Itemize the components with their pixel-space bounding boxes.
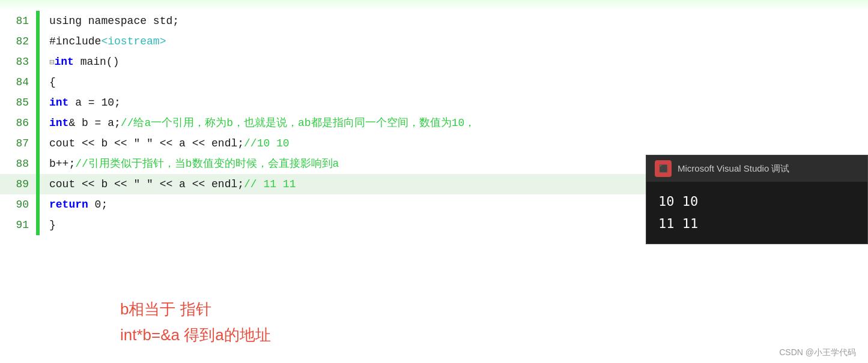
code-line: 84 { (0, 72, 868, 92)
code-line: 83 ⊟int main() (0, 52, 868, 72)
code-line: 86 int& b = a;//给a一个引用，称为b，也就是说，ab都是指向同一… (0, 113, 868, 133)
code-line: 81 using namespace std; (0, 11, 868, 31)
vs-popup-header: ⬛ Microsoft Visual Studio 调试 (646, 155, 867, 182)
line-number: 86 (0, 113, 36, 133)
top-fade-area (0, 0, 868, 11)
code-content: #include<iostream> (40, 31, 868, 52)
line-number: 83 (0, 52, 36, 72)
line-number: 90 (0, 194, 36, 215)
watermark: CSDN @小王学代码 (779, 347, 856, 358)
vs-icon-label: ⬛ (659, 164, 668, 173)
code-content: using namespace std; (40, 11, 868, 31)
line-number: 81 (0, 11, 36, 31)
code-content: int a = 10; (40, 92, 868, 113)
line-number: 85 (0, 92, 36, 113)
code-content: { (40, 72, 868, 92)
line-number: 84 (0, 72, 36, 92)
vs-output-line2: 11 11 (658, 212, 855, 235)
line-number: 82 (0, 31, 36, 52)
code-line: 82 #include<iostream> (0, 31, 868, 52)
line-number: 87 (0, 133, 36, 154)
code-line: 85 int a = 10; (0, 92, 868, 113)
annotation-area: b相当于 指针 int*b=&a 得到a的地址 (0, 287, 868, 363)
line-number: 89 (0, 174, 36, 194)
code-content: int& b = a;//给a一个引用，称为b，也就是说，ab都是指向同一个空间… (40, 113, 868, 133)
vs-output-popup: ⬛ Microsoft Visual Studio 调试 10 10 11 11 (646, 155, 868, 244)
annotation-line1: b相当于 指针 (120, 299, 868, 320)
line-number: 91 (0, 215, 36, 235)
annotation-line2: int*b=&a 得到a的地址 (120, 325, 868, 346)
vs-popup-title: Microsoft Visual Studio 调试 (678, 163, 789, 175)
vs-icon: ⬛ (655, 160, 672, 177)
code-line: 87 cout << b << " " << a << endl;//10 10 (0, 133, 868, 154)
vs-popup-body: 10 10 11 11 (646, 182, 867, 244)
vs-output-line1: 10 10 (658, 190, 855, 212)
code-content: ⊟int main() (40, 52, 868, 73)
code-editor: 81 using namespace std;82 #include<iostr… (0, 11, 868, 287)
line-number: 88 (0, 154, 36, 174)
code-content: cout << b << " " << a << endl;//10 10 (40, 133, 868, 154)
